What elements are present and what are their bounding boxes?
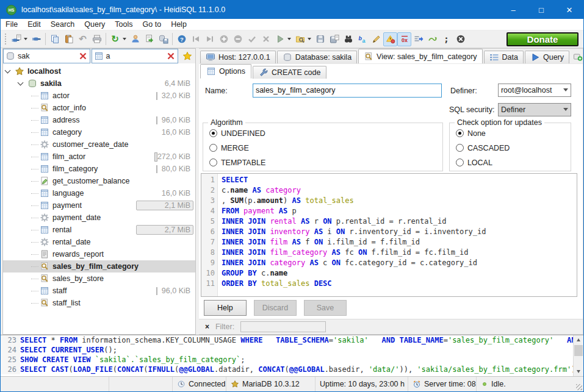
tree-item-localhost[interactable]: localhost [3, 65, 195, 77]
tree-item-staff_list[interactable]: staff_list [3, 297, 195, 309]
radio-button[interactable] [456, 129, 464, 137]
scroll-down-icon[interactable] [577, 370, 580, 373]
tree-item-sales_by_store[interactable]: sales_by_store [3, 273, 195, 285]
log-scrollbar[interactable] [573, 335, 583, 376]
radio-merge[interactable]: MERGE [209, 144, 249, 152]
clear-filter-icon[interactable] [166, 51, 176, 61]
database-filter-input[interactable]: sak [3, 49, 90, 63]
donate-button[interactable]: Donate [506, 32, 579, 46]
expand-chevron-icon[interactable] [18, 80, 24, 86]
close-button[interactable]: ✕ [555, 1, 583, 19]
tab-data[interactable]: Data [484, 51, 524, 63]
radio-button[interactable] [209, 129, 217, 137]
tree-item-sales_by_film_category[interactable]: sales_by_film_category [3, 260, 195, 273]
tree-item-actor_info[interactable]: actor_info [3, 102, 195, 114]
tree-item-payment_date[interactable]: payment_date [3, 212, 195, 224]
radio-cascaded[interactable]: CASCADED [456, 144, 510, 152]
dropdown-caret-icon[interactable] [123, 38, 126, 40]
tree-item-sakila[interactable]: sakila6,4 MiB [3, 77, 195, 90]
tab-query[interactable]: Query [525, 51, 569, 63]
tree-item-actor[interactable]: actor32,0 KiB [3, 90, 195, 102]
scrollbar-thumb[interactable] [574, 345, 583, 356]
tab-host-127-0-0-1[interactable]: Host: 127.0.0.1 [200, 51, 276, 63]
first-record-icon[interactable] [189, 32, 203, 46]
run-query-icon[interactable] [273, 32, 287, 46]
save-button[interactable]: Save [304, 300, 347, 316]
view-name-input[interactable] [253, 84, 442, 98]
sql-security-combobox[interactable]: Definer [498, 103, 571, 116]
new-query-tab-icon[interactable] [573, 52, 583, 62]
sql-log-panel[interactable]: 23SELECT * FROM information_schema.KEY_C… [1, 335, 583, 376]
radio-button[interactable] [209, 159, 217, 166]
radio-none[interactable]: None [456, 129, 486, 138]
cancel-edit-icon[interactable] [259, 32, 273, 46]
print-icon[interactable] [90, 32, 104, 46]
maximize-button[interactable]: □ [527, 1, 555, 19]
refresh-icon[interactable]: ↻ [108, 32, 122, 46]
insert-parameters-icon[interactable] [411, 32, 425, 46]
reformat-icon[interactable] [425, 32, 439, 46]
save-sql-icon[interactable] [313, 32, 327, 46]
user-manager-icon[interactable] [128, 32, 142, 46]
radio-undefined[interactable]: UNDEFINED [209, 129, 265, 138]
export-database-icon[interactable] [142, 32, 156, 46]
menu-edit[interactable]: Edit [23, 19, 46, 30]
copy-data-icon[interactable] [156, 32, 170, 46]
tree-item-language[interactable]: language16,0 KiB [3, 187, 195, 199]
tree-item-rental[interactable]: rental2,7 MiB [3, 224, 195, 236]
radio-local[interactable]: LOCAL [456, 159, 492, 167]
radio-button[interactable] [209, 144, 217, 152]
favorites-button[interactable] [179, 49, 195, 63]
close-filter-icon[interactable]: × [205, 323, 209, 331]
filter-input[interactable] [240, 321, 326, 332]
save-sql-as-icon[interactable] [327, 32, 341, 46]
undo-icon[interactable]: ↶ [76, 32, 90, 46]
tree-item-rental_date[interactable]: rental_date [3, 236, 195, 248]
post-record-icon[interactable] [245, 32, 259, 46]
definer-combobox[interactable]: root@localhost [498, 84, 571, 97]
menu-tools[interactable]: Tools [110, 19, 137, 30]
menu-help[interactable]: Help [166, 19, 192, 30]
hex-view-icon[interactable]: 0x [397, 32, 411, 46]
last-record-icon[interactable] [203, 32, 217, 46]
dropdown-caret-icon[interactable] [24, 38, 27, 40]
subtab-options[interactable]: Options [200, 64, 251, 79]
menu-query[interactable]: Query [79, 19, 110, 30]
radio-temptable[interactable]: TEMPTABLE [209, 159, 265, 167]
tree-item-address[interactable]: address96,0 KiB [3, 114, 195, 126]
resize-grip[interactable] [576, 384, 582, 390]
tree-item-payment[interactable]: payment2,1 MiB [3, 199, 195, 212]
help-button[interactable]: Help [204, 300, 247, 316]
minimize-button[interactable]: – [499, 1, 527, 19]
radio-button[interactable] [456, 159, 464, 166]
tree-item-get_customer_balance[interactable]: get_customer_balance [3, 175, 195, 187]
tab-database-sakila[interactable]: Database: sakila [277, 51, 357, 63]
highlight-errors-icon[interactable] [383, 32, 397, 46]
clear-filter-icon[interactable] [78, 51, 88, 61]
find-text-icon[interactable] [341, 32, 355, 46]
dropdown-caret-icon[interactable] [308, 38, 311, 40]
view-sql-editor[interactable]: 1234567891011 SELECTc.name AS category, … [201, 173, 577, 297]
tree-item-customer_create_date[interactable]: customer_create_date [3, 138, 195, 151]
replace-text-icon[interactable]: ba [355, 32, 369, 46]
menu-go-to[interactable]: Go to [138, 19, 167, 30]
disconnect-icon[interactable] [29, 32, 43, 46]
tree-item-rewards_report[interactable]: rewards_report [3, 248, 195, 260]
paste-icon[interactable] [62, 32, 76, 46]
table-filter-input[interactable]: a [92, 49, 179, 63]
copy-icon[interactable] [48, 32, 62, 46]
beautify-icon[interactable] [369, 32, 383, 46]
tree-item-category[interactable]: category16,0 KiB [3, 126, 195, 138]
menu-file[interactable]: File [1, 19, 23, 30]
radio-button[interactable] [456, 144, 464, 152]
discard-button[interactable]: Discard [254, 300, 297, 316]
subtab-create-code[interactable]: CREATE code [253, 66, 326, 79]
semicolon-delimiter-icon[interactable]: ; [439, 32, 453, 46]
session-manager-icon[interactable] [9, 32, 23, 46]
help-icon[interactable]: ? [175, 32, 189, 46]
tree-item-film_actor[interactable]: film_actor272,0 KiB [3, 151, 195, 163]
menu-search[interactable]: Search [46, 19, 80, 30]
expand-chevron-icon[interactable] [5, 68, 11, 74]
tab-view-sales-by-film-category[interactable]: View: sales_by_film_category [358, 49, 482, 63]
cancel-operation-icon[interactable] [453, 32, 467, 46]
